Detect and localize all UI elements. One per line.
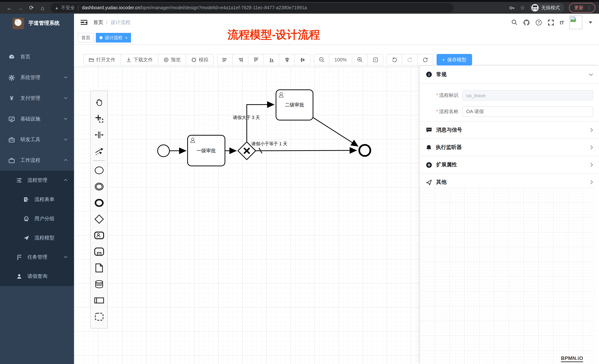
avatar-caret-icon[interactable] xyxy=(589,21,592,24)
file-button-group: 打开文件 下载文件 预览 模拟 xyxy=(83,54,214,65)
align-right-button[interactable] xyxy=(233,54,248,65)
bpmn-io-watermark[interactable]: BPMN.iO xyxy=(561,356,583,362)
section-message-signal[interactable]: 消息与信号 xyxy=(420,122,599,139)
sidebar-item-process-mgmt[interactable]: 流程管理 xyxy=(0,171,74,190)
url-bar[interactable]: ▲ 不安全 dashboard.yudao.iocoder.cn/bpm/man… xyxy=(50,3,454,13)
close-icon[interactable]: × xyxy=(125,35,127,40)
section-execution-listener[interactable]: 执行监听器 xyxy=(420,139,599,156)
flow-label-gt3[interactable]: 请假大于 3 天 xyxy=(233,115,260,120)
update-label: 更新 xyxy=(574,5,583,11)
chevron-up-icon xyxy=(64,159,68,161)
sidebar-item-system[interactable]: 系统管理 xyxy=(0,67,74,88)
open-file-button[interactable]: 打开文件 xyxy=(83,54,121,65)
paper-plane-icon xyxy=(23,235,29,241)
task-second-approve[interactable]: 二级审批 xyxy=(276,90,313,120)
start-event[interactable] xyxy=(158,145,169,157)
tab-design-process[interactable]: 设计流程 × xyxy=(96,33,131,42)
bookmark-star-icon[interactable]: ☆ xyxy=(520,4,525,11)
breadcrumb-home[interactable]: 首页 xyxy=(93,19,103,26)
zoom-out-button[interactable] xyxy=(314,54,329,65)
sidebar-item-label: 支付管理 xyxy=(20,95,40,102)
sidebar-item-leave-query[interactable]: 请假查询 xyxy=(0,267,74,286)
task-first-approve[interactable]: 一级审批 xyxy=(188,135,225,166)
process-key-field-row: *流程标识 xyxy=(420,90,593,101)
face-icon xyxy=(23,216,29,222)
process-key-input[interactable] xyxy=(462,90,593,101)
sidebar: 芋道管理系统 首页 系统管理 ¥ 支付管理 xyxy=(0,14,74,364)
sidebar-item-label: 流程模型 xyxy=(35,235,54,241)
sidebar-item-label: 流程管理 xyxy=(27,177,47,184)
browser-menu-icon[interactable]: ⋮ xyxy=(587,5,591,10)
download-file-button[interactable]: 下载文件 xyxy=(121,54,158,65)
toolbox-icon xyxy=(9,136,15,143)
preview-button[interactable]: 预览 xyxy=(158,54,186,65)
restart-button[interactable] xyxy=(418,54,433,65)
align-top-button[interactable] xyxy=(248,54,264,65)
zoom-in-button[interactable] xyxy=(352,54,368,65)
active-dot xyxy=(99,36,103,39)
process-name-label: *流程名称 xyxy=(420,108,458,115)
flow-task2-to-end[interactable] xyxy=(313,118,358,146)
help-icon[interactable]: ? xyxy=(535,19,542,26)
sidebar-item-payment[interactable]: ¥ 支付管理 xyxy=(0,88,74,109)
simulate-button[interactable]: 模拟 xyxy=(186,54,214,65)
redo-button[interactable] xyxy=(402,54,418,65)
section-label: 消息与信号 xyxy=(436,127,462,133)
avatar[interactable] xyxy=(569,16,582,29)
plus-circle-icon xyxy=(426,162,432,168)
align-left-button[interactable] xyxy=(217,54,233,65)
sidebar-item-label: 请假查询 xyxy=(27,273,47,280)
password-key-icon[interactable] xyxy=(509,5,515,11)
align-bottom-button[interactable] xyxy=(264,54,279,65)
monitor-check-icon xyxy=(9,116,15,122)
svg-text:?: ? xyxy=(537,20,540,24)
sidebar-item-process-model[interactable]: 流程模型 xyxy=(0,228,74,248)
zoom-reset-button[interactable] xyxy=(368,54,383,65)
font-size-icon[interactable]: tT xyxy=(560,19,564,25)
section-label: 常规 xyxy=(436,71,447,78)
incognito-label: 无痕模式 xyxy=(541,5,560,11)
tab-home[interactable]: 首页 xyxy=(78,33,94,42)
sidebar-item-task-mgmt[interactable]: 任务管理 xyxy=(0,248,74,267)
sidebar-item-infra[interactable]: 基础设施 xyxy=(0,109,74,129)
search-icon[interactable] xyxy=(511,19,518,25)
forward-icon[interactable]: → xyxy=(15,5,26,11)
section-label: 扩展属性 xyxy=(436,161,457,168)
save-model-button[interactable]: + 保存模型 xyxy=(437,54,472,65)
align-hcenter-button[interactable] xyxy=(295,54,310,65)
open-file-label: 打开文件 xyxy=(96,56,115,63)
yen-icon: ¥ xyxy=(9,95,15,102)
section-extended-attrs[interactable]: 扩展属性 xyxy=(420,156,599,174)
app-logo[interactable]: 芋道管理系统 xyxy=(0,14,74,33)
fullscreen-icon[interactable] xyxy=(547,19,554,26)
home-icon[interactable]: ⌂ xyxy=(37,5,48,11)
incognito-icon xyxy=(531,4,539,11)
github-icon[interactable] xyxy=(523,19,530,26)
panel-scroll-gutter xyxy=(595,188,599,364)
undo-button[interactable] xyxy=(387,54,402,65)
sidebar-toggle-icon[interactable] xyxy=(81,20,87,25)
align-vcenter-button[interactable] xyxy=(279,54,295,65)
sidebar-item-user-group[interactable]: 用户分组 xyxy=(0,209,74,228)
sidebar-item-label: 用户分组 xyxy=(35,215,54,222)
sidebar-item-workflow[interactable]: 工作流程 xyxy=(0,150,74,171)
end-event[interactable] xyxy=(359,145,370,156)
sidebar-item-devtools[interactable]: 研发工具 xyxy=(0,129,74,150)
omnibox-divider xyxy=(78,5,79,10)
document-edit-icon xyxy=(23,197,29,203)
back-icon[interactable]: ← xyxy=(4,5,15,11)
flow-gateway-to-end[interactable] xyxy=(256,150,357,151)
flow-label-le1[interactable]: 请假小于等于 1 天 xyxy=(251,141,288,146)
not-secure-label[interactable]: 不安全 xyxy=(61,5,75,11)
flow-gateway-to-task2[interactable] xyxy=(247,105,274,142)
url-text[interactable]: dashboard.yudao.iocoder.cn/bpm/manager/m… xyxy=(82,5,307,10)
workflow-submenu: 流程管理 流程表单 用户分组 xyxy=(0,171,74,286)
sidebar-item-home[interactable]: 首页 xyxy=(0,47,74,67)
browser-update-button[interactable]: 更新 ⋮ xyxy=(569,3,595,13)
reload-icon[interactable]: ⟳ xyxy=(26,4,37,11)
history-button-group xyxy=(387,54,433,65)
process-name-input[interactable] xyxy=(462,106,593,117)
section-general[interactable]: i 常规 xyxy=(420,66,599,84)
logo-avatar xyxy=(13,17,24,29)
sidebar-item-process-form[interactable]: 流程表单 xyxy=(0,190,74,209)
